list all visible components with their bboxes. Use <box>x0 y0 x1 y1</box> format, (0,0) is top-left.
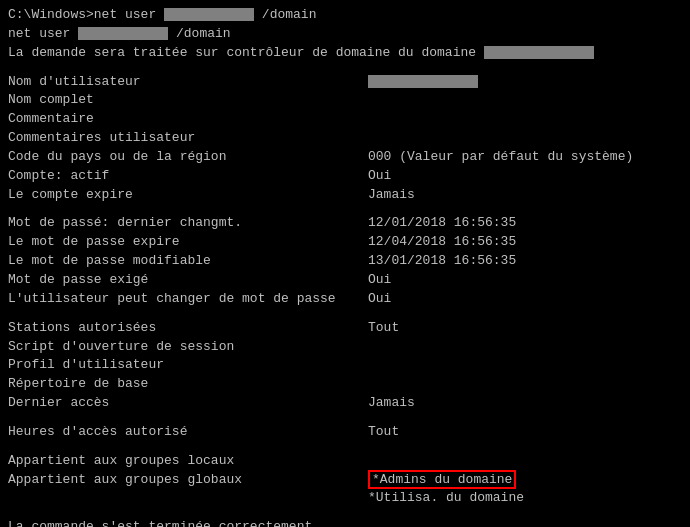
value-nom-utilisateur <box>368 73 682 92</box>
label-script: Script d'ouverture de session <box>8 338 368 357</box>
label-groupes-locaux: Appartient aux groupes locaux <box>8 452 368 471</box>
value-repertoire <box>368 375 682 394</box>
label-heures-acces: Heures d'accès autorisé <box>8 423 368 442</box>
admins-domaine-highlight: *Admins du domaine <box>368 470 516 489</box>
field-repertoire: Répertoire de base <box>8 375 682 394</box>
username-box-2 <box>78 27 168 40</box>
value-dernier-acces: Jamais <box>368 394 682 413</box>
terminal-window: C:\Windows>net user /domain net user /do… <box>8 6 682 527</box>
field-nom-utilisateur: Nom d'utilisateur <box>8 73 682 92</box>
value-mdp-exige: Oui <box>368 271 682 290</box>
field-mdp-expire: Le mot de passe expire 12/04/2018 16:56:… <box>8 233 682 252</box>
value-commentaire <box>368 110 682 129</box>
label-nom-utilisateur: Nom d'utilisateur <box>8 73 368 92</box>
cmd-line-1: C:\Windows>net user /domain <box>8 6 682 25</box>
label-commentaires-utilisateur: Commentaires utilisateur <box>8 129 368 148</box>
field-script: Script d'ouverture de session <box>8 338 682 357</box>
label-dernier-acces: Dernier accès <box>8 394 368 413</box>
value-mdp-modifiable: 13/01/2018 16:56:35 <box>368 252 682 271</box>
value-compte-expire: Jamais <box>368 186 682 205</box>
field-nom-complet: Nom complet <box>8 91 682 110</box>
field-utilisateur-changer: L'utilisateur peut changer de mot de pas… <box>8 290 682 309</box>
label-groupes-globaux: Appartient aux groupes globaux <box>8 471 368 490</box>
field-code-pays: Code du pays ou de la région 000 (Valeur… <box>8 148 682 167</box>
value-code-pays: 000 (Valeur par défaut du système) <box>368 148 682 167</box>
value-groupes-globaux: *Admins du domaine <box>368 471 682 490</box>
label-mdp-modifiable: Le mot de passe modifiable <box>8 252 368 271</box>
value-stations: Tout <box>368 319 682 338</box>
value-compte-actif: Oui <box>368 167 682 186</box>
footer-line: La commande s'est terminée correctement. <box>8 518 682 527</box>
label-compte-actif: Compte: actif <box>8 167 368 186</box>
value-mdp-changmt: 12/01/2018 16:56:35 <box>368 214 682 233</box>
field-groupes-locaux: Appartient aux groupes locaux <box>8 452 682 471</box>
value-profil <box>368 356 682 375</box>
label-compte-expire: Le compte expire <box>8 186 368 205</box>
field-groupes-globaux-2: *Utilisa. du domaine <box>8 489 682 508</box>
field-compte-expire: Le compte expire Jamais <box>8 186 682 205</box>
label-nom-complet: Nom complet <box>8 91 368 110</box>
label-commentaire: Commentaire <box>8 110 368 129</box>
field-mdp-modifiable: Le mot de passe modifiable 13/01/2018 16… <box>8 252 682 271</box>
field-groupes-globaux: Appartient aux groupes globaux *Admins d… <box>8 471 682 490</box>
label-stations: Stations autorisées <box>8 319 368 338</box>
field-mdp-exige: Mot de passe exigé Oui <box>8 271 682 290</box>
label-mdp-changmt: Mot de passé: dernier changmt. <box>8 214 368 233</box>
value-groupes-globaux-2: *Utilisa. du domaine <box>368 489 682 508</box>
field-stations: Stations autorisées Tout <box>8 319 682 338</box>
cmd-line-2: net user /domain <box>8 25 682 44</box>
field-commentaire: Commentaire <box>8 110 682 129</box>
field-heures-acces: Heures d'accès autorisé Tout <box>8 423 682 442</box>
field-dernier-acces: Dernier accès Jamais <box>8 394 682 413</box>
value-commentaires-utilisateur <box>368 129 682 148</box>
field-mdp-changmt: Mot de passé: dernier changmt. 12/01/201… <box>8 214 682 233</box>
label-repertoire: Répertoire de base <box>8 375 368 394</box>
label-mdp-exige: Mot de passe exigé <box>8 271 368 290</box>
label-mdp-expire: Le mot de passe expire <box>8 233 368 252</box>
label-groupes-globaux-2 <box>8 489 368 508</box>
field-commentaires-utilisateur: Commentaires utilisateur <box>8 129 682 148</box>
label-code-pays: Code du pays ou de la région <box>8 148 368 167</box>
value-heures-acces: Tout <box>368 423 682 442</box>
value-utilisateur-changer: Oui <box>368 290 682 309</box>
label-profil: Profil d'utilisateur <box>8 356 368 375</box>
field-profil: Profil d'utilisateur <box>8 356 682 375</box>
value-mdp-expire: 12/04/2018 16:56:35 <box>368 233 682 252</box>
value-groupes-locaux <box>368 452 682 471</box>
field-compte-actif: Compte: actif Oui <box>8 167 682 186</box>
domain-request-line: La demande sera traitée sur contrôleur d… <box>8 44 682 63</box>
nom-utilisateur-box <box>368 75 478 88</box>
username-box-1 <box>164 8 254 21</box>
value-nom-complet <box>368 91 682 110</box>
value-script <box>368 338 682 357</box>
domain-box <box>484 46 594 59</box>
label-utilisateur-changer: L'utilisateur peut changer de mot de pas… <box>8 290 368 309</box>
